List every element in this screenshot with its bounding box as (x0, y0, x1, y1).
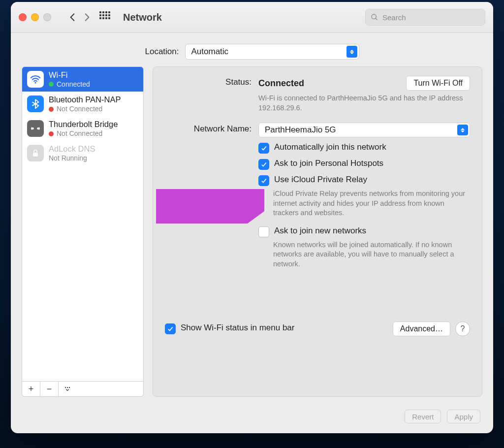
content-split: Wi-Fi Connected Bluetooth PAN-NAP Not Co… (11, 66, 493, 403)
show-wifi-menubar-checkbox[interactable] (165, 323, 176, 334)
show-wifi-menubar-label: Show Wi-Fi status in menu bar (181, 323, 294, 333)
ask-hotspots-checkbox[interactable] (258, 159, 269, 170)
svg-point-8 (69, 387, 70, 388)
advanced-button[interactable]: Advanced… (393, 321, 450, 336)
turn-wifi-off-button[interactable]: Turn Wi-Fi Off (406, 76, 470, 91)
location-row: Location: Automatic (11, 33, 493, 66)
auto-join-label: Automatically join this network (274, 142, 386, 152)
svg-point-7 (67, 387, 68, 388)
search-field[interactable]: Search (365, 9, 485, 26)
ask-new-networks-label: Ask to join new networks (274, 226, 366, 236)
svg-point-2 (34, 82, 36, 83)
ask-new-networks-description: Known networks will be joined automatica… (273, 240, 470, 269)
chevron-up-down-icon (457, 125, 468, 135)
service-status: Connected (57, 80, 90, 89)
service-status: Not Connected (57, 105, 102, 114)
zoom-window-button[interactable] (43, 13, 51, 21)
network-name-popup[interactable]: ParthHeemaJio 5G (258, 123, 470, 137)
remove-service-button[interactable]: − (40, 382, 59, 396)
status-dot-red (49, 107, 54, 112)
forward-button[interactable] (80, 10, 94, 25)
back-button[interactable] (65, 10, 80, 25)
service-name: Wi-Fi (49, 70, 90, 80)
status-label: Status: (165, 76, 252, 113)
wifi-icon (27, 71, 44, 88)
location-label: Location: (145, 47, 179, 57)
svg-rect-5 (33, 153, 38, 157)
svg-point-4 (37, 128, 39, 129)
service-name: AdLock DNS (49, 144, 95, 154)
svg-point-3 (32, 128, 34, 129)
status-dot-green (49, 82, 54, 87)
service-name: Bluetooth PAN-NAP (49, 95, 121, 105)
revert-button[interactable]: Revert (405, 410, 441, 423)
lock-icon (27, 145, 44, 161)
use-private-relay-checkbox[interactable] (258, 175, 269, 186)
private-relay-description: iCloud Private Relay prevents networks f… (273, 189, 470, 218)
location-value: Automatic (191, 47, 229, 57)
help-button[interactable]: ? (455, 321, 470, 336)
window-title: Network (123, 12, 162, 23)
services-list-toolbar: + − (22, 382, 144, 397)
status-value: Connected (258, 78, 304, 89)
sidebar-item-thunderbolt-bridge[interactable]: Thunderbolt Bridge Not Connected (22, 116, 143, 141)
apply-button[interactable]: Apply (447, 410, 480, 423)
search-icon (371, 13, 378, 21)
show-all-prefpanes-button[interactable] (99, 11, 111, 23)
minimize-window-button[interactable] (31, 13, 39, 21)
ask-new-networks-checkbox[interactable] (258, 226, 269, 237)
wifi-detail-panel: Status: Connected Turn Wi-Fi Off Wi-Fi i… (153, 66, 482, 397)
sidebar-item-bluetooth-pan[interactable]: Bluetooth PAN-NAP Not Connected (22, 92, 143, 116)
chevron-up-down-icon (346, 46, 357, 58)
search-placeholder: Search (382, 13, 406, 22)
service-status: Not Running (49, 154, 87, 163)
ask-hotspots-label: Ask to join Personal Hotspots (274, 159, 383, 168)
network-services-list[interactable]: Wi-Fi Connected Bluetooth PAN-NAP Not Co… (22, 66, 144, 382)
add-service-button[interactable]: + (22, 382, 40, 396)
status-dot-red (49, 131, 54, 136)
thunderbolt-icon (27, 120, 44, 137)
svg-point-0 (372, 14, 376, 19)
sidebar-item-adlock-dns[interactable]: AdLock DNS Not Running (22, 141, 143, 165)
titlebar: Network Search (11, 2, 493, 33)
bluetooth-icon (27, 96, 44, 112)
status-description: Wi-Fi is connected to ParthHeemaJio 5G a… (258, 94, 470, 113)
footer-buttons: Revert Apply (11, 403, 493, 433)
location-popup[interactable]: Automatic (185, 44, 359, 60)
auto-join-checkbox[interactable] (258, 143, 269, 154)
network-prefpane-window: Network Search Location: Automatic Wi-Fi (11, 2, 493, 433)
service-status: Not Connected (57, 129, 102, 138)
use-private-relay-label: Use iCloud Private Relay (274, 175, 367, 185)
close-window-button[interactable] (19, 13, 27, 21)
svg-line-1 (376, 18, 377, 20)
svg-point-6 (65, 387, 66, 388)
sidebar-item-wifi[interactable]: Wi-Fi Connected (22, 67, 143, 92)
sidebar: Wi-Fi Connected Bluetooth PAN-NAP Not Co… (22, 66, 144, 397)
network-name-value: ParthHeemaJio 5G (265, 125, 336, 135)
annotation-arrow-icon (156, 189, 264, 224)
svg-line-9 (166, 199, 252, 214)
service-name: Thunderbolt Bridge (49, 119, 118, 129)
window-controls (19, 13, 51, 21)
service-actions-menu[interactable] (59, 382, 76, 396)
